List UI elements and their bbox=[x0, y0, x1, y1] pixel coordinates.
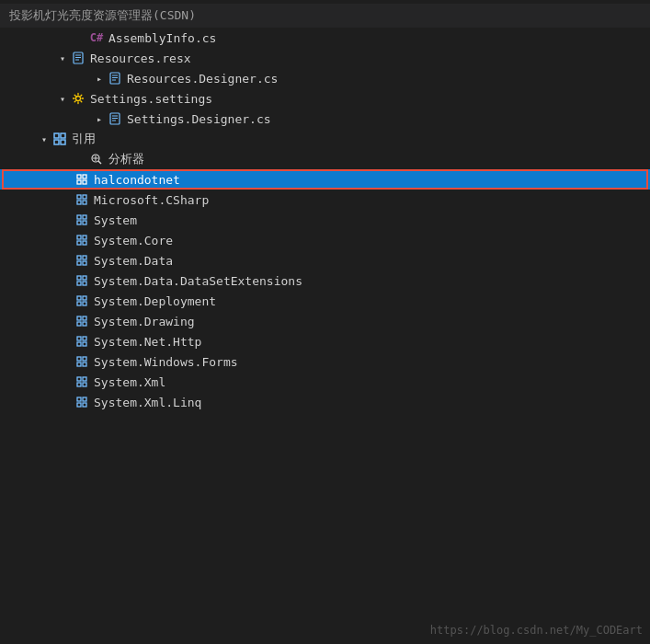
tree-item-system-data[interactable]: System.Data bbox=[0, 250, 650, 270]
svg-rect-36 bbox=[83, 241, 86, 245]
svg-rect-48 bbox=[83, 302, 86, 305]
svg-rect-62 bbox=[83, 377, 86, 381]
system-xml-icon bbox=[74, 375, 90, 388]
tree-item-system-deployment[interactable]: System.Deployment bbox=[0, 291, 650, 311]
svg-rect-26 bbox=[83, 195, 86, 199]
system-xml-linq-icon bbox=[74, 396, 90, 408]
system-data-icon bbox=[74, 254, 90, 267]
system-net-http-icon bbox=[74, 335, 90, 348]
tree-item-system-data-ext[interactable]: System.Data.DataSetExtensions bbox=[0, 270, 650, 291]
tree-item-analyzer[interactable]: 分析器 bbox=[0, 149, 650, 169]
item-label-system-deployment: System.Deployment bbox=[94, 294, 216, 308]
item-label-system-drawing: System.Drawing bbox=[94, 315, 195, 328]
svg-rect-45 bbox=[77, 296, 81, 300]
svg-rect-41 bbox=[77, 276, 81, 280]
svg-rect-34 bbox=[83, 236, 86, 239]
system-icon bbox=[74, 213, 90, 226]
svg-rect-55 bbox=[77, 342, 81, 346]
tree-item-references[interactable]: ▾ 引用 bbox=[0, 129, 650, 149]
item-label-system-data: System.Data bbox=[94, 254, 173, 268]
svg-rect-49 bbox=[77, 316, 81, 320]
svg-rect-61 bbox=[77, 377, 81, 381]
svg-rect-35 bbox=[77, 241, 81, 245]
item-label-system: System bbox=[94, 213, 137, 227]
collapse-icon[interactable]: ▾ bbox=[37, 134, 51, 144]
references-icon bbox=[51, 132, 68, 145]
tree-item-resources-resx[interactable]: ▾ Resources.resx bbox=[0, 48, 650, 68]
svg-rect-42 bbox=[83, 276, 86, 280]
svg-rect-32 bbox=[83, 221, 86, 224]
svg-point-8 bbox=[76, 97, 81, 101]
system-data-ext-icon bbox=[74, 274, 90, 287]
collapse-icon[interactable]: ▾ bbox=[55, 94, 70, 104]
svg-rect-59 bbox=[77, 362, 81, 366]
svg-rect-28 bbox=[83, 201, 86, 204]
svg-rect-21 bbox=[77, 175, 81, 178]
item-label-resources-designer: Resources.Designer.cs bbox=[127, 72, 278, 86]
analyzer-icon bbox=[88, 153, 105, 166]
svg-rect-67 bbox=[77, 403, 81, 407]
item-label-microsoft-csharp: Microsoft.CSharp bbox=[94, 193, 209, 207]
item-label-assemblyinfo: AssemblyInfo.cs bbox=[108, 31, 216, 45]
item-label-settings-settings: Settings.settings bbox=[90, 92, 212, 106]
tree-item-system-xml-linq[interactable]: System.Xml.Linq bbox=[0, 392, 650, 412]
svg-rect-52 bbox=[83, 322, 86, 326]
svg-rect-38 bbox=[83, 256, 86, 259]
svg-rect-47 bbox=[77, 302, 81, 305]
tree-item-system-core[interactable]: System.Core bbox=[0, 230, 650, 250]
collapse-icon[interactable]: ▾ bbox=[55, 53, 70, 63]
settings-designer-icon bbox=[107, 112, 123, 125]
tree-item-settings-settings[interactable]: ▾ Settings.settings bbox=[0, 88, 650, 109]
expand-icon[interactable]: ▸ bbox=[92, 74, 107, 84]
svg-rect-37 bbox=[77, 256, 81, 259]
solution-explorer: 投影机灯光亮度资源管理器(CSDN) C#AssemblyInfo.cs▾ Re… bbox=[0, 0, 650, 644]
system-windows-forms-icon bbox=[74, 355, 90, 368]
tree-item-system-windows-forms[interactable]: System.Windows.Forms bbox=[0, 351, 650, 372]
tree-item-resources-designer[interactable]: ▸ Resources.Designer.cs bbox=[0, 68, 650, 88]
tree-item-assemblyinfo[interactable]: C#AssemblyInfo.cs bbox=[0, 28, 650, 48]
system-drawing-icon bbox=[74, 315, 90, 328]
svg-line-18 bbox=[98, 161, 101, 164]
halcondotnet-icon bbox=[74, 173, 90, 186]
item-label-system-xml-linq: System.Xml.Linq bbox=[94, 396, 201, 409]
item-label-settings-designer: Settings.Designer.cs bbox=[127, 112, 271, 126]
svg-rect-15 bbox=[54, 140, 59, 144]
header-row: 投影机灯光亮度资源管理器(CSDN) bbox=[0, 4, 650, 28]
tree-item-system-drawing[interactable]: System.Drawing bbox=[0, 311, 650, 331]
resources-designer-icon bbox=[107, 72, 123, 85]
item-label-system-data-ext: System.Data.DataSetExtensions bbox=[94, 274, 302, 288]
tree-item-settings-designer[interactable]: ▸ Settings.Designer.cs bbox=[0, 109, 650, 129]
svg-rect-50 bbox=[83, 316, 86, 320]
svg-rect-24 bbox=[83, 180, 86, 184]
tree-item-system-xml[interactable]: System.Xml bbox=[0, 372, 650, 392]
resources-resx-icon bbox=[70, 52, 86, 64]
svg-rect-31 bbox=[77, 221, 81, 224]
svg-rect-58 bbox=[83, 357, 86, 361]
watermark-text: https://blog.csdn.net/My_CODEart bbox=[430, 624, 643, 637]
svg-rect-56 bbox=[83, 342, 86, 346]
svg-rect-30 bbox=[83, 215, 86, 219]
svg-rect-53 bbox=[77, 337, 81, 340]
tree-item-system[interactable]: System bbox=[0, 210, 650, 230]
system-deployment-icon bbox=[74, 294, 90, 307]
microsoft-csharp-icon bbox=[74, 193, 90, 206]
svg-rect-40 bbox=[83, 261, 86, 265]
svg-rect-13 bbox=[54, 133, 59, 138]
svg-rect-44 bbox=[83, 282, 86, 285]
item-label-system-core: System.Core bbox=[94, 234, 173, 247]
svg-rect-64 bbox=[83, 383, 86, 386]
svg-rect-46 bbox=[83, 296, 86, 300]
system-core-icon bbox=[74, 234, 90, 247]
tree-item-halcondotnet[interactable]: halcondotnet bbox=[0, 169, 650, 190]
svg-rect-22 bbox=[83, 175, 86, 178]
expand-icon[interactable]: ▸ bbox=[92, 114, 107, 124]
item-label-system-windows-forms: System.Windows.Forms bbox=[94, 355, 238, 369]
svg-rect-25 bbox=[77, 195, 81, 199]
tree-item-system-net-http[interactable]: System.Net.Http bbox=[0, 331, 650, 351]
svg-rect-16 bbox=[61, 140, 65, 144]
svg-rect-63 bbox=[77, 383, 81, 386]
tree-item-microsoft-csharp[interactable]: Microsoft.CSharp bbox=[0, 190, 650, 210]
item-label-system-xml: System.Xml bbox=[94, 375, 165, 389]
svg-rect-54 bbox=[83, 337, 86, 340]
svg-rect-33 bbox=[77, 236, 81, 239]
